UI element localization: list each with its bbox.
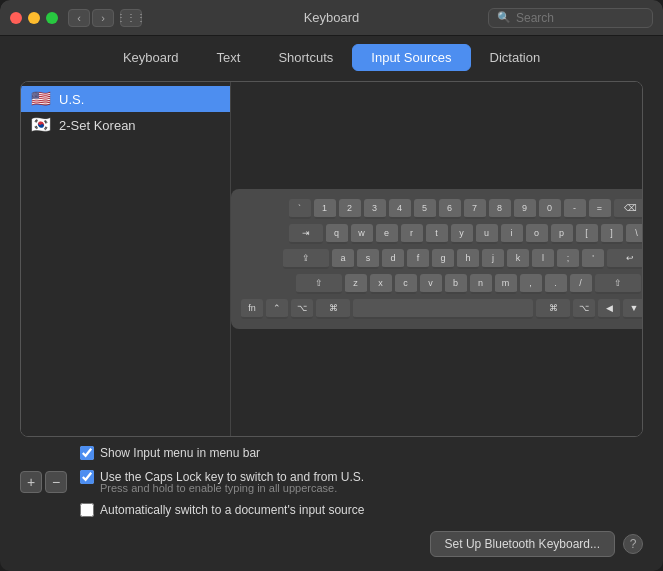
key-arrow-down: ▼: [623, 299, 643, 319]
key-bracket-close: ]: [601, 224, 623, 244]
key-row-2: ⇥ q w e r t y u i o p [ ] \: [241, 224, 643, 244]
key-e: e: [376, 224, 398, 244]
tab-shortcuts[interactable]: Shortcuts: [259, 44, 352, 71]
key-x: x: [370, 274, 392, 294]
key-return: ↩: [607, 249, 643, 269]
key-a: a: [332, 249, 354, 269]
key-i: i: [501, 224, 523, 244]
key-8: 8: [489, 199, 511, 219]
bluetooth-keyboard-button[interactable]: Set Up Bluetooth Keyboard...: [430, 531, 615, 557]
checkbox-row-auto-switch: Automatically switch to a document's inp…: [80, 502, 643, 519]
key-9: 9: [514, 199, 536, 219]
caps-lock-checkbox[interactable]: [80, 470, 94, 484]
tabs-bar: Keyboard Text Shortcuts Input Sources Di…: [0, 36, 663, 71]
checkbox-row-show-input: Show Input menu in menu bar: [80, 445, 643, 462]
nav-buttons: ‹ ›: [68, 9, 114, 27]
us-flag-icon: 🇺🇸: [31, 91, 51, 107]
checkboxes-area: Show Input menu in menu bar Use the Caps…: [75, 445, 643, 519]
key-m: m: [495, 274, 517, 294]
key-slash: /: [570, 274, 592, 294]
auto-switch-label: Automatically switch to a document's inp…: [100, 502, 364, 519]
key-comma: ,: [520, 274, 542, 294]
key-alt-left: ⌥: [291, 299, 313, 319]
forward-button[interactable]: ›: [92, 9, 114, 27]
key-bracket-open: [: [576, 224, 598, 244]
key-tab: ⇥: [289, 224, 323, 244]
key-row-4: ⇧ z x c v b n m , . / ⇧: [241, 274, 643, 294]
tab-dictation[interactable]: Dictation: [471, 44, 560, 71]
key-s: s: [357, 249, 379, 269]
key-d: d: [382, 249, 404, 269]
key-backspace: ⌫: [614, 199, 644, 219]
key-row-1: ` 1 2 3 4 5 6 7 8 9 0 - = ⌫: [241, 199, 643, 219]
traffic-lights: [10, 12, 58, 24]
key-quote: ': [582, 249, 604, 269]
key-y: y: [451, 224, 473, 244]
key-cmd-right: ⌘: [536, 299, 570, 319]
key-j: j: [482, 249, 504, 269]
source-item-us[interactable]: 🇺🇸 U.S.: [21, 86, 230, 112]
key-shift-left: ⇧: [296, 274, 342, 294]
key-shift-right: ⇧: [595, 274, 641, 294]
key-space: [353, 299, 533, 319]
key-row-3: ⇪ a s d f g h j k l ; ' ↩: [241, 249, 643, 269]
keyboard-visual: ` 1 2 3 4 5 6 7 8 9 0 - = ⌫: [231, 189, 643, 329]
source-item-korean[interactable]: 🇰🇷 2-Set Korean: [21, 112, 230, 138]
korean-flag-icon: 🇰🇷: [31, 117, 51, 133]
key-semicolon: ;: [557, 249, 579, 269]
key-r: r: [401, 224, 423, 244]
caps-lock-group: Use the Caps Lock key to switch to and f…: [80, 469, 643, 494]
key-fn: fn: [241, 299, 263, 319]
key-5: 5: [414, 199, 436, 219]
remove-source-button[interactable]: −: [45, 471, 67, 493]
tab-text[interactable]: Text: [198, 44, 260, 71]
key-4: 4: [389, 199, 411, 219]
app-grid-button[interactable]: ⋮⋮⋮: [120, 9, 142, 27]
help-button[interactable]: ?: [623, 534, 643, 554]
back-button[interactable]: ‹: [68, 9, 90, 27]
key-q: q: [326, 224, 348, 244]
key-t: t: [426, 224, 448, 244]
search-box: 🔍: [488, 8, 653, 28]
key-cmd-left: ⌘: [316, 299, 350, 319]
minimize-button[interactable]: [28, 12, 40, 24]
key-arrow-left: ◀: [598, 299, 620, 319]
key-ctrl: ⌃: [266, 299, 288, 319]
tab-keyboard[interactable]: Keyboard: [104, 44, 198, 71]
key-6: 6: [439, 199, 461, 219]
auto-switch-checkbox[interactable]: [80, 503, 94, 517]
show-input-checkbox[interactable]: [80, 446, 94, 460]
show-input-label: Show Input menu in menu bar: [100, 445, 260, 462]
bottom-bar: + − Show Input menu in menu bar Use the …: [20, 441, 643, 523]
key-0: 0: [539, 199, 561, 219]
maximize-button[interactable]: [46, 12, 58, 24]
key-k: k: [507, 249, 529, 269]
key-l: l: [532, 249, 554, 269]
close-button[interactable]: [10, 12, 22, 24]
key-backslash: \: [626, 224, 644, 244]
key-3: 3: [364, 199, 386, 219]
caps-lock-sublabel: Press and hold to enable typing in all u…: [100, 482, 643, 494]
window-title: Keyboard: [304, 10, 360, 25]
key-alt-right: ⌥: [573, 299, 595, 319]
key-g: g: [432, 249, 454, 269]
key-row-5: fn ⌃ ⌥ ⌘ ⌘ ⌥ ◀ ▼ ▲ ▶: [241, 299, 643, 319]
add-remove-buttons: + −: [20, 471, 67, 493]
us-label: U.S.: [59, 92, 84, 107]
key-b: b: [445, 274, 467, 294]
key-p: p: [551, 224, 573, 244]
search-icon: 🔍: [497, 11, 511, 24]
titlebar: ‹ › ⋮⋮⋮ Keyboard 🔍: [0, 0, 663, 36]
content-area: 🇺🇸 U.S. 🇰🇷 2-Set Korean ` 1 2 3: [0, 71, 663, 571]
search-input[interactable]: [516, 11, 644, 25]
key-v: v: [420, 274, 442, 294]
key-2: 2: [339, 199, 361, 219]
key-equals: =: [589, 199, 611, 219]
keyboard-preview: ` 1 2 3 4 5 6 7 8 9 0 - = ⌫: [231, 82, 643, 436]
tab-input-sources[interactable]: Input Sources: [352, 44, 470, 71]
key-w: w: [351, 224, 373, 244]
key-n: n: [470, 274, 492, 294]
key-period: .: [545, 274, 567, 294]
add-source-button[interactable]: +: [20, 471, 42, 493]
key-caps: ⇪: [283, 249, 329, 269]
